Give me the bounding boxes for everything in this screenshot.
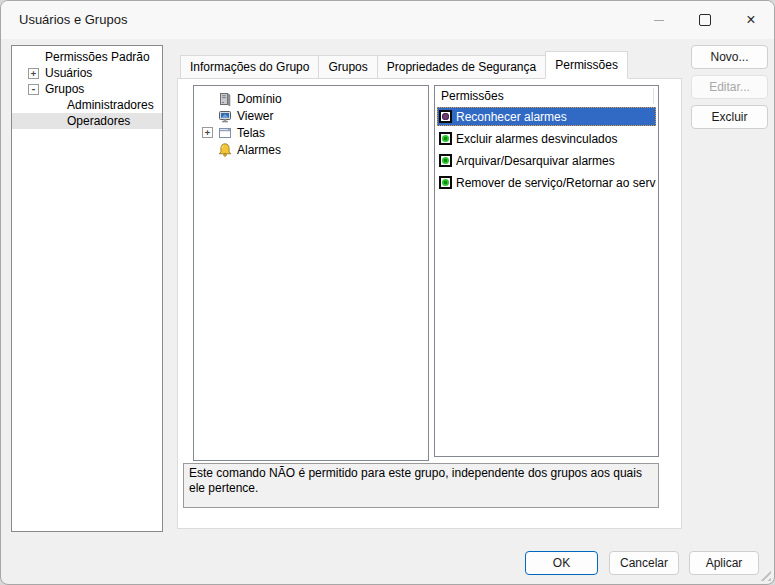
permission-label: Arquivar/Desarquivar alarmes	[456, 154, 615, 168]
permission-label: Excluir alarmes desvinculados	[456, 132, 617, 146]
editar-button[interactable]: Editar...	[691, 75, 768, 99]
button-label: Excluir	[711, 110, 747, 124]
bell-icon	[217, 142, 233, 158]
permission-label: Reconhecer alarmes	[456, 110, 567, 124]
tab-label: Grupos	[328, 60, 367, 74]
sidebar-item-label: Usuários	[45, 66, 92, 80]
sidebar-item-operadores[interactable]: Operadores	[12, 113, 162, 129]
tab-label: Permissões	[555, 58, 618, 72]
window-controls: ×	[636, 1, 774, 39]
button-label: Editar...	[709, 80, 750, 94]
button-label: Novo...	[710, 50, 748, 64]
resize-grip[interactable]	[760, 570, 771, 581]
sidebar-item-label: Grupos	[45, 82, 84, 96]
column-divider[interactable]	[653, 88, 654, 104]
button-label: OK	[553, 556, 570, 570]
object-tree: Domínio Viewer + Telas	[193, 85, 429, 461]
tree-item-alarmes[interactable]: Alarmes	[194, 141, 428, 158]
permission-row-reconhecer-alarmes[interactable]: Reconhecer alarmes	[437, 107, 656, 126]
minimize-icon	[654, 20, 664, 21]
allowed-state-icon	[439, 154, 452, 167]
ok-button[interactable]: OK	[525, 551, 598, 575]
tab-label: Informações do Grupo	[190, 60, 309, 74]
tabstrip: Informações do Grupo Grupos Propriedades…	[180, 52, 627, 79]
window-icon	[217, 125, 233, 141]
tab-permissoes[interactable]: Permissões	[545, 51, 628, 79]
monitor-icon	[217, 108, 233, 124]
maximize-icon	[699, 14, 711, 26]
permissions-list: Permissões Reconhecer alarmes Excluir al…	[434, 85, 659, 457]
close-icon: ×	[746, 12, 755, 28]
permission-row-remover-de-servico[interactable]: Remover de serviço/Retornar ao serviço a…	[437, 173, 656, 192]
allowed-state-icon	[439, 132, 452, 145]
sidebar-item-permissoes-padrao[interactable]: Permissões Padrão	[12, 49, 162, 65]
permissions-column-header[interactable]: Permissões	[435, 86, 658, 107]
denied-state-icon	[439, 110, 452, 123]
tree-item-telas[interactable]: + Telas	[194, 124, 428, 141]
tree-item-viewer[interactable]: Viewer	[194, 107, 428, 124]
novo-button[interactable]: Novo...	[691, 45, 768, 69]
permission-label: Remover de serviço/Retornar ao serviço a…	[456, 176, 656, 190]
column-header-label: Permissões	[441, 89, 504, 103]
server-icon	[217, 91, 233, 107]
tree-item-label: Alarmes	[237, 143, 281, 157]
permission-description-text: Este comando NÃO é permitido para este g…	[189, 466, 642, 495]
users-groups-dialog: Usuários e Grupos × Permissões Padrão + …	[0, 0, 775, 585]
cancelar-button[interactable]: Cancelar	[609, 551, 679, 575]
groups-listbox: Permissões Padrão + Usuários - Grupos Ad…	[11, 45, 163, 532]
permission-row-excluir-alarmes-desvinculados[interactable]: Excluir alarmes desvinculados	[437, 129, 656, 148]
tab-grupos[interactable]: Grupos	[318, 55, 377, 79]
excluir-button[interactable]: Excluir	[691, 105, 768, 129]
tab-label: Propriedades de Segurança	[387, 60, 536, 74]
close-button[interactable]: ×	[728, 1, 774, 39]
allowed-state-icon	[439, 176, 452, 189]
expand-icon[interactable]: +	[28, 68, 39, 79]
tree-item-label: Viewer	[237, 109, 273, 123]
tree-item-dominio[interactable]: Domínio	[194, 90, 428, 107]
sidebar-item-label: Permissões Padrão	[45, 50, 150, 64]
titlebar[interactable]: Usuários e Grupos ×	[1, 1, 774, 39]
button-label: Cancelar	[620, 556, 668, 570]
tree-item-label: Telas	[237, 126, 265, 140]
sidebar-item-label: Administradores	[67, 98, 154, 112]
sidebar-item-label: Operadores	[67, 114, 130, 128]
expand-icon[interactable]: +	[202, 127, 213, 138]
tab-propriedades-de-seguranca[interactable]: Propriedades de Segurança	[377, 55, 546, 79]
sidebar-item-grupos[interactable]: - Grupos	[12, 81, 162, 97]
permission-description-box: Este comando NÃO é permitido para este g…	[183, 463, 659, 508]
aplicar-button[interactable]: Aplicar	[689, 551, 759, 575]
permission-row-arquivar-desarquivar-alarmes[interactable]: Arquivar/Desarquivar alarmes	[437, 151, 656, 170]
button-label: Aplicar	[706, 556, 743, 570]
minimize-button[interactable]	[636, 1, 682, 39]
window-title: Usuários e Grupos	[19, 1, 127, 39]
tab-informacoes-do-grupo[interactable]: Informações do Grupo	[180, 55, 319, 79]
tree-item-label: Domínio	[237, 92, 282, 106]
sidebar-item-administradores[interactable]: Administradores	[12, 97, 162, 113]
collapse-icon[interactable]: -	[28, 84, 39, 95]
maximize-button[interactable]	[682, 1, 728, 39]
sidebar-item-usuarios[interactable]: + Usuários	[12, 65, 162, 81]
